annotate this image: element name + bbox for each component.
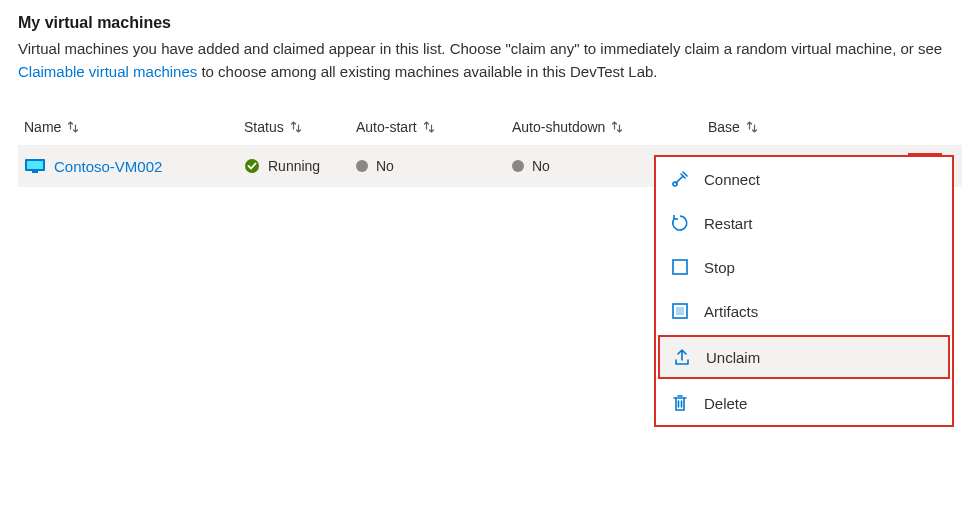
dot-gray-icon — [512, 160, 524, 172]
unclaim-icon — [672, 347, 692, 367]
svg-point-4 — [673, 182, 677, 186]
column-header-name[interactable]: Name — [24, 119, 244, 135]
vm-icon — [24, 158, 46, 174]
column-label: Name — [24, 119, 61, 135]
svg-rect-7 — [676, 307, 684, 315]
menu-label: Delete — [704, 395, 747, 412]
sort-icon — [422, 120, 436, 134]
column-header-autostart[interactable]: Auto-start — [356, 119, 512, 135]
menu-label: Stop — [704, 259, 735, 276]
stop-icon — [670, 257, 690, 277]
column-label: Status — [244, 119, 284, 135]
autoshutdown-text: No — [532, 158, 550, 174]
cell-status: Running — [244, 158, 356, 174]
column-header-autoshutdown[interactable]: Auto-shutdown — [512, 119, 708, 135]
column-label: Auto-shutdown — [512, 119, 605, 135]
vm-table: Name Status Auto-start Auto-shutdown Bas… — [18, 111, 962, 187]
svg-rect-1 — [27, 161, 43, 169]
status-running-icon — [244, 158, 260, 174]
menu-item-delete[interactable]: Delete — [656, 381, 952, 425]
menu-item-stop[interactable]: Stop — [656, 245, 952, 289]
menu-label: Unclaim — [706, 349, 760, 366]
svg-point-3 — [245, 159, 259, 173]
cell-autostart: No — [356, 158, 512, 174]
menu-label: Artifacts — [704, 303, 758, 320]
page-title: My virtual machines — [18, 14, 962, 32]
section-heading: My virtual machines Virtual machines you… — [18, 14, 962, 83]
description-text-pre: Virtual machines you have added and clai… — [18, 40, 942, 57]
page-description: Virtual machines you have added and clai… — [18, 38, 958, 83]
cell-name: Contoso-VM002 — [24, 158, 244, 175]
connect-icon — [670, 169, 690, 189]
svg-rect-2 — [32, 171, 38, 173]
autostart-text: No — [376, 158, 394, 174]
description-text-post: to choose among all existing machines av… — [201, 63, 657, 80]
table-header: Name Status Auto-start Auto-shutdown Bas… — [18, 111, 962, 145]
column-label: Base — [708, 119, 740, 135]
column-header-status[interactable]: Status — [244, 119, 356, 135]
menu-item-restart[interactable]: Restart — [656, 201, 952, 245]
column-label: Auto-start — [356, 119, 417, 135]
claimable-vms-link[interactable]: Claimable virtual machines — [18, 63, 197, 80]
menu-item-unclaim[interactable]: Unclaim — [658, 335, 950, 379]
svg-rect-5 — [673, 260, 687, 274]
dot-gray-icon — [356, 160, 368, 172]
vm-name-link[interactable]: Contoso-VM002 — [54, 158, 162, 175]
menu-item-artifacts[interactable]: Artifacts — [656, 289, 952, 333]
menu-label: Restart — [704, 215, 752, 232]
delete-icon — [670, 393, 690, 413]
column-header-base[interactable]: Base — [708, 119, 908, 135]
sort-icon — [745, 120, 759, 134]
sort-icon — [610, 120, 624, 134]
sort-icon — [66, 120, 80, 134]
menu-label: Connect — [704, 171, 760, 188]
status-text: Running — [268, 158, 320, 174]
table-row[interactable]: Contoso-VM002 Running No No — [18, 145, 962, 187]
menu-item-connect[interactable]: Connect — [656, 157, 952, 201]
artifacts-icon — [670, 301, 690, 321]
restart-icon — [670, 213, 690, 233]
context-menu: Connect Restart Stop Artifacts — [654, 155, 954, 427]
sort-icon — [289, 120, 303, 134]
